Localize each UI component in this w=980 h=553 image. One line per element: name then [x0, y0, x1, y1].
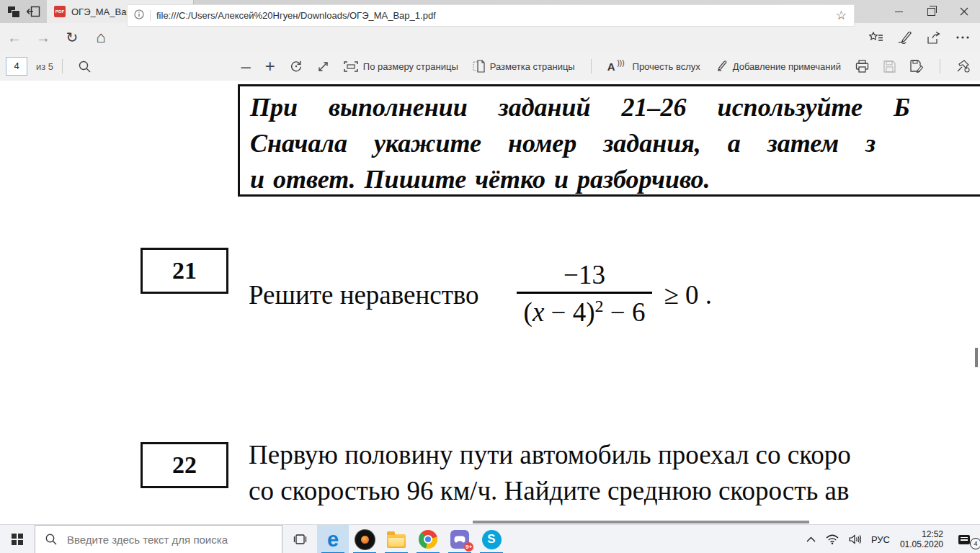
taskbar-search-input[interactable]: [66, 533, 270, 547]
task-view-button[interactable]: [282, 525, 317, 553]
set-tabs-aside-icon[interactable]: [23, 0, 43, 23]
problem-22-statement: Первую половину пути автомобиль проехал …: [249, 437, 851, 509]
chrome-icon: [419, 530, 437, 549]
search-icon: [45, 534, 57, 545]
rotate-icon[interactable]: [282, 52, 310, 81]
problem-21-number-box: 21: [141, 248, 228, 294]
favorite-star-icon[interactable]: ☆: [836, 8, 847, 23]
page-number-input[interactable]: 4: [6, 57, 27, 76]
file-explorer-icon: [387, 534, 406, 548]
problem-22-number-box: 22: [141, 442, 228, 488]
game-notification-badge: 9+: [464, 542, 473, 552]
skype-icon: S: [482, 530, 502, 549]
read-aloud-button[interactable]: A))) Прочесть вслух: [600, 52, 708, 81]
window-restore-button[interactable]: [915, 0, 948, 23]
add-notes-button[interactable]: Добавление примечаний: [708, 52, 848, 81]
refresh-icon[interactable]: ↻: [58, 23, 86, 52]
vertical-scrollbar-thumb[interactable]: [975, 348, 978, 367]
fraction-denominator: (x − 4)2 − 6: [517, 292, 653, 331]
wifi-icon[interactable]: [821, 525, 844, 553]
settings-ellipsis-icon[interactable]: [948, 23, 977, 52]
problem-21-statement: Решите неравенство −13 (x − 4)2 − 6 ≥ 0 …: [249, 243, 712, 346]
game-controller-icon: 9+: [450, 530, 469, 549]
save-as-icon[interactable]: [903, 52, 931, 81]
language-indicator[interactable]: РУС: [866, 525, 895, 553]
volume-icon[interactable]: [844, 525, 866, 553]
fit-page-button[interactable]: По размеру страницы: [337, 52, 466, 81]
hub-favorites-icon[interactable]: [862, 23, 891, 52]
instruction-line-2: Сначала укажите номер задания, а затем з: [250, 125, 980, 161]
window-close-button[interactable]: [948, 0, 980, 23]
fit-width-icon[interactable]: [310, 52, 337, 81]
problem-21-text: Решите неравенство: [249, 279, 479, 310]
dark-app-icon: [355, 530, 375, 549]
tabs-set-aside-list-icon[interactable]: [4, 0, 23, 23]
tray-date: 01.05.2020: [900, 539, 943, 549]
read-aloud-label: Прочесть вслух: [633, 61, 700, 72]
zoom-in-button[interactable]: +: [258, 52, 282, 81]
home-icon[interactable]: ⌂: [86, 23, 115, 52]
taskbar-dark-app-button[interactable]: [349, 525, 380, 553]
action-center-button[interactable]: 4: [948, 525, 980, 553]
notification-count-badge: 4: [970, 538, 980, 549]
clock[interactable]: 12:52 01.05.2020: [895, 525, 948, 553]
window-minimize-button[interactable]: [883, 0, 915, 23]
pdf-toolbar: 4 из 5 – + По размеру страницы Разметка …: [0, 52, 980, 81]
save-icon: [876, 52, 903, 81]
tray-time: 12:52: [900, 529, 943, 539]
page-info-icon[interactable]: [134, 9, 144, 22]
share-icon[interactable]: [919, 23, 948, 52]
page-count-label: из 5: [36, 61, 53, 72]
url-text[interactable]: file:///C:/Users/Алексей%20Нгуен/Downloa…: [156, 10, 436, 21]
problem-22-line-2: со скоростью 96 км/ч. Найдите среднюю ск…: [249, 473, 851, 509]
action-center-icon: [958, 535, 970, 544]
start-button[interactable]: [0, 525, 35, 553]
taskbar-game-app-button[interactable]: 9+: [444, 525, 476, 553]
pdf-favicon-icon: PDF: [54, 6, 66, 17]
taskbar-chrome-button[interactable]: [412, 525, 444, 553]
problem-22-number: 22: [172, 451, 197, 479]
edge-icon: e: [327, 529, 339, 550]
page-layout-label: Разметка страницы: [490, 61, 575, 72]
pdf-page[interactable]: При выполнении заданий 21–26 используйте…: [0, 81, 980, 524]
horizontal-scrollbar-thumb[interactable]: [473, 521, 809, 523]
zoom-out-button[interactable]: –: [233, 52, 257, 81]
address-bar[interactable]: file:///C:/Users/Алексей%20Нгуен/Downloa…: [127, 4, 855, 27]
print-icon[interactable]: [848, 52, 876, 81]
screen: PDF ОГЭ_МА_Вар_1.pdf ← → ↻ ⌂: [0, 0, 980, 553]
read-aloud-icon: A: [607, 60, 615, 73]
add-notes-label: Добавление примечаний: [733, 61, 841, 72]
problem-21-number: 21: [172, 257, 197, 284]
browser-actions: [862, 23, 977, 52]
fraction-numerator: −13: [559, 258, 610, 292]
pin-toolbar-icon[interactable]: [949, 52, 977, 81]
taskbar-edge-button[interactable]: e: [317, 525, 349, 553]
web-note-pen-icon[interactable]: [891, 23, 919, 52]
taskbar-skype-button[interactable]: S: [476, 525, 507, 553]
instruction-box: При выполнении заданий 21–26 используйте…: [238, 84, 980, 197]
taskbar-explorer-button[interactable]: [380, 525, 412, 553]
page-layout-button[interactable]: Разметка страницы: [466, 52, 582, 81]
back-icon[interactable]: ←: [0, 23, 29, 52]
find-in-document-icon[interactable]: [71, 52, 98, 81]
navigation-bar: ← → ↻ ⌂: [0, 23, 980, 53]
problem-22-line-1: Первую половину пути автомобиль проехал …: [249, 437, 851, 473]
taskbar-search-box[interactable]: [35, 525, 282, 553]
windows-logo-icon: [12, 534, 23, 545]
fraction: −13 (x − 4)2 − 6: [517, 258, 653, 331]
tray-chevron-up-icon[interactable]: [801, 525, 821, 553]
inequality-relation: ≥ 0 .: [664, 279, 712, 310]
forward-icon[interactable]: →: [29, 23, 58, 52]
taskbar: e 9+ S: [0, 524, 980, 553]
fit-page-label: По размеру страницы: [363, 61, 458, 72]
system-tray: РУС 12:52 01.05.2020 4: [801, 525, 980, 553]
window-controls: [883, 0, 980, 23]
instruction-line-1: При выполнении заданий 21–26 используйте…: [250, 89, 980, 125]
instruction-line-3: и ответ. Пишите чётко и разборчиво.: [250, 161, 980, 197]
